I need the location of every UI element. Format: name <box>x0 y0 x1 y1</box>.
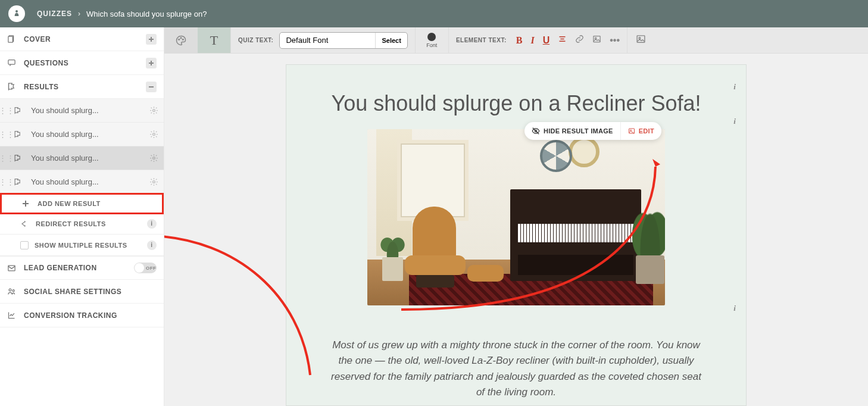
result-item-label: You should splurg... <box>30 177 143 186</box>
sidebar-conversion-tracking[interactable]: CONVERSION TRACKING <box>0 304 164 327</box>
result-item-label: You should splurg... <box>30 154 143 163</box>
quiz-text-section: QUIZ TEXT: Select <box>231 27 416 53</box>
svg-rect-17 <box>637 36 645 42</box>
info-icon[interactable]: i <box>730 83 739 91</box>
font-color-button[interactable]: Font <box>416 27 449 53</box>
breadcrumb-title: Which sofa should you splurge on? <box>86 10 207 18</box>
info-icon[interactable]: i <box>147 219 157 229</box>
sidebar-results[interactable]: RESULTS <box>0 75 164 99</box>
info-icon[interactable]: i <box>730 304 739 313</box>
redirect-results-button[interactable]: REDIRECT RESULTS i <box>0 213 164 235</box>
result-title[interactable]: You should splurge on a Recliner Sofa! <box>322 91 710 116</box>
image-toolbar: HIDE RESULT IMAGE EDIT <box>524 122 661 140</box>
breadcrumb-root[interactable]: QUIZZES <box>37 10 72 18</box>
svg-point-18 <box>639 38 641 39</box>
info-icon[interactable]: i <box>730 117 739 126</box>
minus-icon[interactable] <box>146 82 157 92</box>
app-header: QUIZZES › Which sofa should you splurge … <box>0 0 868 27</box>
show-multiple-results-toggle[interactable]: SHOW MULTIPLE RESULTS i <box>0 235 164 256</box>
add-new-result-label: ADD NEW RESULT <box>38 200 101 207</box>
envelope-icon <box>7 264 24 273</box>
flag-icon <box>13 106 30 115</box>
result-image[interactable] <box>367 129 665 305</box>
hide-result-image-button[interactable]: HIDE RESULT IMAGE <box>524 122 620 140</box>
eye-off-icon <box>532 127 540 135</box>
bold-button[interactable]: B <box>516 35 523 46</box>
result-image-container: HIDE RESULT IMAGE EDIT <box>367 129 665 305</box>
redirect-icon <box>20 220 36 228</box>
gear-icon[interactable] <box>143 106 164 115</box>
sidebar-questions[interactable]: QUESTIONS <box>0 51 164 75</box>
result-item-2[interactable]: ⋮⋮ You should splurg... <box>0 123 164 146</box>
gear-icon[interactable] <box>143 154 164 163</box>
toolbar: T QUIZ TEXT: Select Font ELEMENT TEXT: B… <box>164 27 868 54</box>
flag-icon <box>13 154 30 163</box>
svg-point-22 <box>630 130 631 131</box>
breadcrumb: QUIZZES › Which sofa should you splurge … <box>37 10 207 18</box>
svg-point-16 <box>595 38 597 39</box>
sidebar-questions-label: QUESTIONS <box>24 59 146 67</box>
palette-button[interactable] <box>164 27 198 53</box>
checkbox-icon[interactable] <box>20 241 29 249</box>
font-input[interactable] <box>280 36 375 45</box>
page-icon <box>7 35 24 43</box>
chevron-right-icon: › <box>78 10 80 18</box>
drag-handle-icon[interactable]: ⋮⋮ <box>0 154 13 163</box>
toolbar-right <box>627 27 654 53</box>
result-description[interactable]: Most of us grew up with a mighty throne … <box>322 338 710 400</box>
info-icon[interactable]: i <box>147 241 157 250</box>
add-new-result-button[interactable]: ADD NEW RESULT <box>0 193 164 214</box>
logo-icon[interactable] <box>8 5 25 22</box>
sidebar-cover[interactable]: COVER <box>0 27 164 51</box>
svg-point-13 <box>180 38 182 39</box>
result-item-1[interactable]: ⋮⋮ You should splurg... <box>0 99 164 123</box>
flag-icon <box>7 82 24 91</box>
svg-point-10 <box>9 289 11 291</box>
gear-icon[interactable] <box>143 177 164 186</box>
svg-rect-2 <box>8 36 13 42</box>
quiz-text-label: QUIZ TEXT: <box>238 37 273 43</box>
chart-icon <box>7 311 24 320</box>
font-color-label: Font <box>426 42 437 48</box>
image-settings-button[interactable] <box>636 34 646 46</box>
color-swatch-icon <box>427 33 436 41</box>
link-button[interactable] <box>575 35 584 46</box>
svg-rect-15 <box>594 36 600 42</box>
drag-handle-icon[interactable]: ⋮⋮ <box>0 130 13 139</box>
image-button[interactable] <box>592 35 601 46</box>
svg-point-0 <box>15 10 18 13</box>
more-button[interactable]: ••• <box>610 35 620 46</box>
underline-button[interactable]: U <box>543 35 550 46</box>
plus-icon[interactable] <box>146 58 157 68</box>
chat-icon <box>7 58 24 67</box>
font-select-button[interactable]: Select <box>375 33 407 48</box>
italic-button[interactable]: I <box>530 35 534 46</box>
result-item-label: You should splurg... <box>30 130 143 139</box>
sidebar-social-label: SOCIAL SHARE SETTINGS <box>24 288 157 296</box>
font-select[interactable]: Select <box>279 32 407 49</box>
show-multiple-results-label: SHOW MULTIPLE RESULTS <box>35 242 127 249</box>
canvas[interactable]: i i i You should splurge on a Recliner S… <box>164 54 868 406</box>
redirect-results-label: REDIRECT RESULTS <box>36 220 106 227</box>
sidebar-lead-generation[interactable]: LEAD GENERATION OFF <box>0 256 164 280</box>
people-icon <box>7 287 24 296</box>
sidebar-cover-label: COVER <box>24 35 146 43</box>
drag-handle-icon[interactable]: ⋮⋮ <box>0 177 13 186</box>
element-text-label: ELEMENT TEXT: <box>456 37 507 43</box>
flag-icon <box>13 130 30 139</box>
svg-point-7 <box>152 157 155 160</box>
edit-image-button[interactable]: EDIT <box>620 122 661 140</box>
toggle-switch[interactable]: OFF <box>134 263 157 273</box>
result-item-3[interactable]: ⋮⋮ You should splurg... <box>0 146 164 170</box>
hide-result-image-label: HIDE RESULT IMAGE <box>544 127 613 135</box>
sidebar-social-share[interactable]: SOCIAL SHARE SETTINGS <box>0 280 164 304</box>
svg-point-12 <box>178 39 179 40</box>
drag-handle-icon[interactable]: ⋮⋮ <box>0 106 13 115</box>
text-tool-button[interactable]: T <box>198 27 231 53</box>
result-item-4[interactable]: ⋮⋮ You should splurg... <box>0 170 164 194</box>
align-button[interactable] <box>558 35 567 46</box>
gear-icon[interactable] <box>143 130 164 139</box>
result-item-label: You should splurg... <box>30 106 143 115</box>
sidebar: COVER QUESTIONS RESULTS ⋮⋮ You should sp… <box>0 27 164 406</box>
plus-icon[interactable] <box>146 34 157 45</box>
